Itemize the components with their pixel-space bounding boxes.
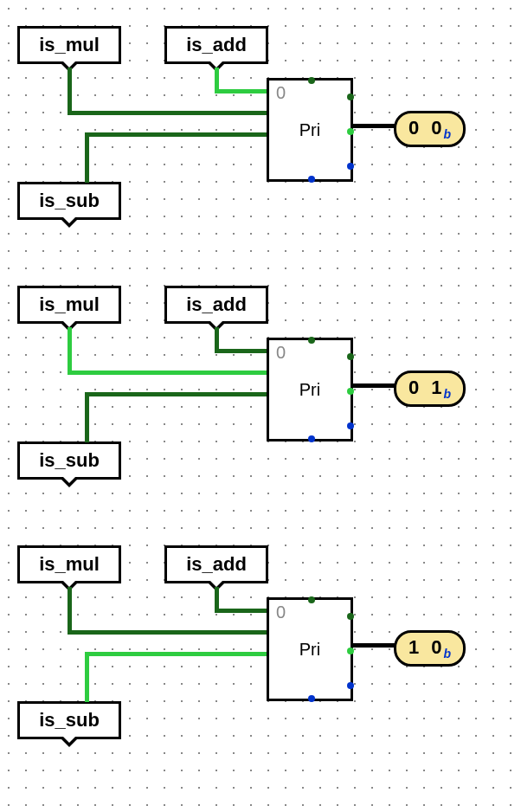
port-dot <box>347 648 354 654</box>
output-value-3: 1 0b <box>394 630 466 667</box>
input-is-mul-2[interactable]: is_mul <box>17 286 121 324</box>
port-dot <box>347 682 354 689</box>
input-is-add-3[interactable]: is_add <box>164 545 268 583</box>
wire-is-add-3-h <box>215 609 267 613</box>
input-label: is_add <box>186 553 247 575</box>
port-dot <box>308 596 315 603</box>
wire-is-sub-3-h <box>85 652 267 656</box>
wire-output-1 <box>353 124 396 128</box>
port-dot <box>347 128 354 135</box>
port-dot <box>347 353 354 360</box>
encoder-zero-marker: 0 <box>276 83 286 103</box>
encoder-label: Pri <box>299 380 320 400</box>
port-dot <box>308 695 315 702</box>
port-dot <box>347 163 354 170</box>
port-dot <box>347 93 354 100</box>
input-label: is_add <box>186 34 247 55</box>
wire-is-sub-1-v <box>85 132 89 183</box>
port-dot <box>308 77 315 84</box>
input-is-add-1[interactable]: is_add <box>164 26 268 64</box>
input-is-mul-3[interactable]: is_mul <box>17 545 121 583</box>
wire-is-mul-2-h <box>68 371 267 375</box>
output-base: b <box>444 127 452 141</box>
wire-is-sub-2-v <box>85 392 89 442</box>
wire-is-add-1-h <box>215 89 267 93</box>
wire-is-sub-3-v <box>85 652 89 702</box>
port-dot <box>347 422 354 429</box>
input-is-add-2[interactable]: is_add <box>164 286 268 324</box>
wire-output-2 <box>353 383 396 388</box>
output-base: b <box>444 647 452 661</box>
input-label: is_sub <box>39 190 100 211</box>
wire-is-mul-1-h <box>68 111 267 115</box>
diagram-canvas: is_mul is_add is_sub 0 Pri 0 0b is_mul i… <box>0 0 521 812</box>
input-is-sub-1[interactable]: is_sub <box>17 182 121 220</box>
wire-output-3 <box>353 643 396 648</box>
output-text: 1 0 <box>408 636 446 658</box>
input-label: is_mul <box>39 553 100 575</box>
wire-is-sub-1-h <box>85 132 267 137</box>
input-label: is_mul <box>39 293 100 315</box>
priority-encoder-3[interactable]: 0 Pri <box>267 597 353 701</box>
input-is-sub-2[interactable]: is_sub <box>17 441 121 480</box>
output-base: b <box>444 387 452 401</box>
wire-is-sub-2-h <box>85 392 267 396</box>
input-label: is_add <box>186 293 247 315</box>
encoder-zero-marker: 0 <box>276 603 286 622</box>
wire-is-mul-1-v <box>68 68 72 115</box>
encoder-zero-marker: 0 <box>276 343 286 363</box>
input-is-sub-3[interactable]: is_sub <box>17 701 121 739</box>
port-dot <box>308 176 315 183</box>
port-dot <box>347 388 354 395</box>
output-text: 0 0 <box>408 117 446 139</box>
wire-is-mul-3-h <box>68 630 267 635</box>
port-dot <box>347 613 354 620</box>
encoder-label: Pri <box>299 120 320 140</box>
encoder-label: Pri <box>299 640 320 660</box>
wire-is-add-2-h <box>215 349 267 353</box>
output-value-2: 0 1b <box>394 371 466 407</box>
priority-encoder-2[interactable]: 0 Pri <box>267 338 353 441</box>
output-value-1: 0 0b <box>394 111 466 147</box>
port-dot <box>308 337 315 344</box>
wire-is-mul-3-v <box>68 587 72 635</box>
input-label: is_sub <box>39 449 100 471</box>
input-is-mul-1[interactable]: is_mul <box>17 26 121 64</box>
priority-encoder-1[interactable]: 0 Pri <box>267 78 353 182</box>
input-label: is_sub <box>39 709 100 731</box>
input-label: is_mul <box>39 34 100 55</box>
output-text: 0 1 <box>408 377 446 398</box>
wire-is-mul-2-v <box>68 327 72 375</box>
port-dot <box>308 435 315 442</box>
